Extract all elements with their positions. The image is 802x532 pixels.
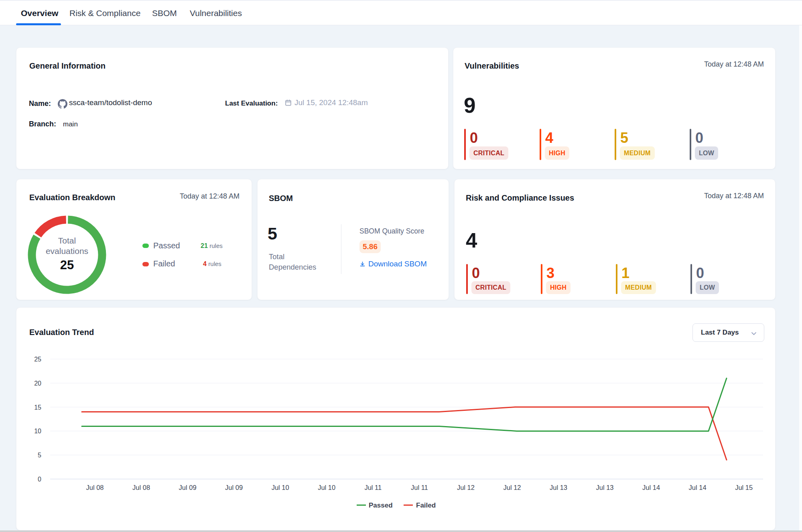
svg-text:20: 20 bbox=[34, 380, 41, 387]
svg-text:0: 0 bbox=[38, 476, 41, 483]
svg-text:Jul 12: Jul 12 bbox=[503, 484, 521, 491]
svg-text:Jul 11: Jul 11 bbox=[411, 484, 428, 491]
svg-text:5: 5 bbox=[38, 452, 41, 459]
svg-text:Passed: Passed bbox=[369, 502, 393, 509]
svg-text:Jul 10: Jul 10 bbox=[272, 484, 289, 491]
svg-text:10: 10 bbox=[34, 428, 41, 435]
svg-text:Jul 12: Jul 12 bbox=[457, 484, 475, 491]
svg-text:Jul 13: Jul 13 bbox=[596, 484, 613, 491]
svg-text:Jul 15: Jul 15 bbox=[735, 484, 753, 491]
svg-text:Jul 08: Jul 08 bbox=[132, 484, 150, 491]
svg-text:Jul 09: Jul 09 bbox=[179, 484, 197, 491]
svg-text:25: 25 bbox=[34, 356, 41, 363]
svg-text:Jul 13: Jul 13 bbox=[550, 484, 567, 491]
svg-text:Jul 10: Jul 10 bbox=[318, 484, 335, 491]
svg-text:Jul 14: Jul 14 bbox=[689, 484, 707, 491]
svg-text:Jul 08: Jul 08 bbox=[86, 484, 104, 491]
svg-text:Jul 11: Jul 11 bbox=[364, 484, 382, 491]
svg-text:Failed: Failed bbox=[416, 502, 436, 509]
svg-text:15: 15 bbox=[34, 404, 41, 411]
svg-text:Jul 09: Jul 09 bbox=[225, 484, 243, 491]
svg-text:Jul 14: Jul 14 bbox=[642, 484, 660, 491]
